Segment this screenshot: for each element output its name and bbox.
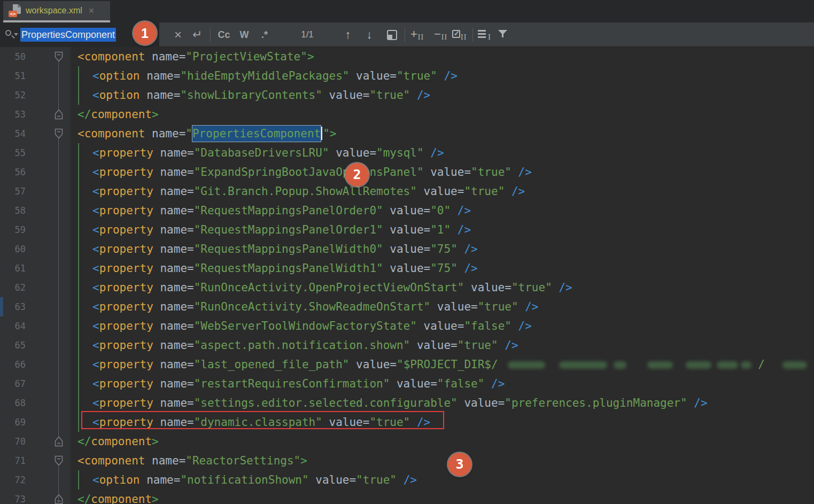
code-text[interactable]: <option name="showLibraryContents" value… [71,86,430,105]
code-text[interactable]: <component name="ReactorSettings"> [71,451,307,470]
fold-start-icon[interactable] [55,128,63,139]
line-number: 55 [0,143,26,162]
code-line: 66<property name="last_opened_file_path"… [0,355,814,374]
code-editor[interactable]: 50<component name="ProjectViewState">51<… [0,47,814,504]
line-number: 59 [0,220,26,239]
fold-end-icon[interactable] [55,436,63,447]
gutter: 69 [0,413,71,432]
gutter: 63 [0,297,71,316]
fold-connector [58,466,59,504]
filter-icon[interactable] [498,30,507,40]
line-number: 51 [0,66,26,86]
redacted-text [686,361,711,369]
code-line: 55<property name="DatabaseDriversLRU" va… [0,143,814,162]
line-number: 68 [0,393,26,413]
code-text[interactable]: <property name="WebServerToolWindowFacto… [71,316,532,336]
line-number: 73 [0,490,26,504]
gutter: 61 [0,259,71,278]
tab-close-icon[interactable]: × [89,6,95,15]
code-line: 60<property name="RequestMappingsPanelWi… [0,239,814,259]
line-number: 56 [0,162,26,182]
selected-query: PropertiesComponent [20,28,116,42]
code-line: 68<property name="settings.editor.select… [0,393,814,413]
line-number: 67 [0,374,26,393]
gutter: 50 [0,47,71,66]
open-in-find-window-icon[interactable] [387,30,397,40]
next-occurrence-icon[interactable]: ↓ [361,22,377,47]
remove-occurrence-icon[interactable]: −II [434,22,447,47]
code-line: 72<option name="notificationShown" value… [0,470,814,490]
select-all-occurrences-icon[interactable]: ✓II [452,22,467,47]
gutter: 52 [0,86,71,105]
code-lines: 50<component name="ProjectViewState">51<… [0,47,814,504]
gutter: 55 [0,143,71,162]
code-line: 65<property name="aspect.path.notificati… [0,336,814,355]
annotation-highlight-box [81,411,444,429]
code-text[interactable]: </component> [71,490,159,504]
whole-words-button[interactable]: W [236,22,252,47]
fold-end-icon[interactable] [55,494,63,504]
code-line: 56<property name="ExpandSpringBootJavaOp… [0,162,814,182]
redacted-text [647,361,673,369]
code-text[interactable]: <property name="last_opened_file_path" v… [71,355,807,374]
search-match-highlight: PropertiesComponent [192,126,321,142]
code-text[interactable]: <component name="ProjectViewState"> [71,47,314,66]
code-text[interactable]: <component name="PropertiesComponent"> [71,124,336,143]
code-text[interactable]: <property name="aspect.path.notification… [71,336,518,355]
find-toolbar: PropertiesComponent × ↵ Cc W .* 1/1 ↑ ↓ … [0,22,814,47]
tab-title: workspace.xml [26,6,82,15]
search-icon[interactable] [4,29,18,41]
gutter: 53 [0,105,71,124]
code-text[interactable]: <property name="RequestMappingsPanelWidt… [71,239,478,259]
search-history-chevron-icon [14,33,18,36]
code-text[interactable]: <option name="hideEmptyMiddlePackages" v… [71,66,458,86]
add-occurrence-icon[interactable]: +II [410,22,424,47]
code-text[interactable]: <property name="RequestMappingsPanelOrde… [71,201,471,220]
clear-search-icon[interactable]: × [170,22,186,47]
fold-start-icon[interactable] [55,455,63,466]
editor-tab[interactable]: <> workspace.xml × [3,1,110,20]
gutter: 71 [0,451,71,470]
gutter: 54 [0,124,71,143]
regex-button[interactable]: .* [255,22,274,47]
code-text[interactable]: <property name="Git.Branch.Popup.ShowAll… [71,182,525,201]
previous-occurrence-icon[interactable]: ↑ [340,22,356,47]
code-text[interactable]: </component> [71,105,159,124]
line-number: 62 [0,278,26,297]
insert-newline-icon[interactable]: ↵ [189,22,205,47]
fold-connector [58,139,59,436]
code-text[interactable]: <property name="restartRequiresConfirmat… [71,374,505,393]
code-line: 67<property name="restartRequiresConfirm… [0,374,814,393]
fold-end-icon[interactable] [55,109,63,120]
indent-guide [78,143,79,432]
gutter: 56 [0,162,71,182]
xml-badge: <> [9,11,17,17]
annotation-badge-3: 3 [448,453,471,476]
code-line: 51<option name="hideEmptyMiddlePackages"… [0,66,814,86]
search-options-icon[interactable]: I [478,29,491,40]
code-line: 73</component> [0,490,814,504]
code-text[interactable]: <property name="DatabaseDriversLRU" valu… [71,143,444,162]
gutter: 57 [0,182,71,201]
gutter: 64 [0,316,71,336]
gutter: 60 [0,239,71,259]
code-text[interactable]: <property name="RequestMappingsPanelWidt… [71,259,478,278]
fold-start-icon[interactable] [55,51,63,62]
editor-tab-bar: <> workspace.xml × [0,0,814,22]
gutter: 67 [0,374,71,393]
code-line: 62<property name="RunOnceActivity.OpenPr… [0,278,814,297]
match-case-button[interactable]: Cc [215,22,233,47]
code-text[interactable]: <option name="notificationShown" value="… [71,470,417,490]
gutter: 62 [0,278,71,297]
code-text[interactable]: <property name="RequestMappingsPanelOrde… [71,220,471,239]
code-text[interactable]: <property name="settings.editor.selected… [71,393,708,413]
redacted-text [717,361,738,369]
gutter: 66 [0,355,71,374]
code-text[interactable]: </component> [71,432,159,451]
code-line: 61<property name="RequestMappingsPanelWi… [0,259,814,278]
code-text[interactable]: <property name="RunOnceActivity.OpenProj… [71,278,572,297]
code-text[interactable]: <property name="RunOnceActivity.ShowRead… [71,297,539,316]
line-number: 50 [0,47,26,66]
line-number: 52 [0,86,26,105]
code-text[interactable]: <property name="ExpandSpringBootJavaOpti… [71,162,532,182]
